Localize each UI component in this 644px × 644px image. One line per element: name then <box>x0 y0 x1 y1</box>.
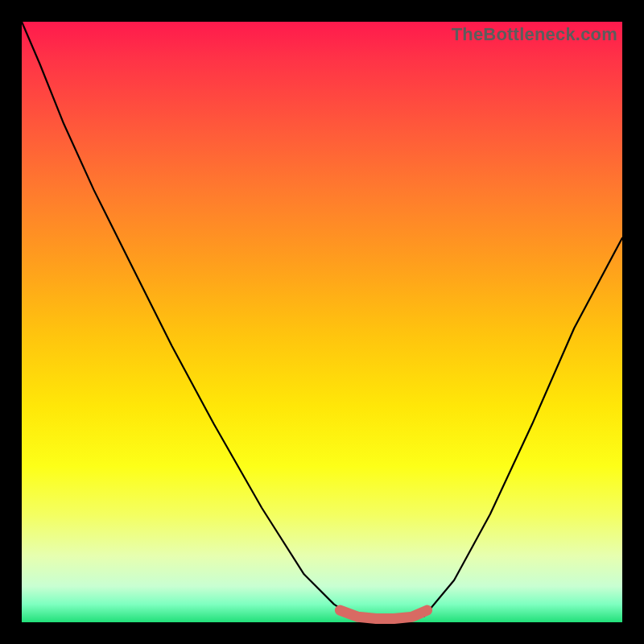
bottleneck-curve <box>22 22 622 619</box>
chart-frame: TheBottleneck.com <box>0 0 644 644</box>
plot-area: TheBottleneck.com <box>22 22 622 622</box>
minimum-highlight <box>340 610 427 618</box>
curve-layer <box>22 22 622 622</box>
